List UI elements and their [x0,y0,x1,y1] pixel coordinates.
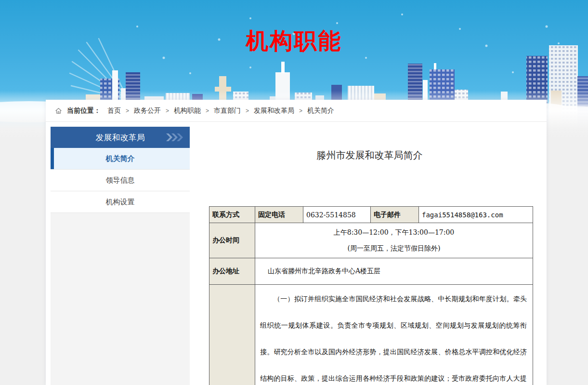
table-row-contact: 联系方式 固定电话 0632-5514858 电子邮件 fagai5514858… [209,207,533,223]
triple-chevron-icon [166,133,183,142]
breadcrumb-item-fagai[interactable]: 发展和改革局 [254,106,294,115]
email-value-cell: fagai5514858@163.com [419,207,533,223]
duties-label-cell [209,285,255,385]
phone-label-cell: 固定电话 [255,207,303,223]
hours-label-cell: 办公时间 [209,223,255,258]
breadcrumb: 当前位置： 首页 > 政务公开 > 机构职能 > 市直部门 > 发展和改革局 >… [46,100,547,122]
breadcrumb-item-home[interactable]: 首页 [107,106,121,115]
address-label-cell: 办公地址 [209,258,255,285]
banner-title: 机构职能 [0,26,588,56]
sidebar-header[interactable]: 发展和改革局 [51,127,190,148]
table-row-hours: 办公时间 上午8:30—12:00，下午13:00—17:00 (周一至周五，法… [209,223,533,258]
email-label-cell: 电子邮件 [371,207,419,223]
sidebar: 发展和改革局 机关简介 领导信息 机构设置 [51,127,190,385]
contact-label-cell: 联系方式 [209,207,255,223]
page-title: 滕州市发展和改革局简介 [206,149,533,162]
breadcrumb-separator: > [166,107,169,114]
hours-value-cell: 上午8:30—12:00，下午13:00—17:00 (周一至周五，法定节假日除… [255,223,533,258]
sidebar-item-jiguanjianjie[interactable]: 机关简介 [51,148,190,170]
breadcrumb-separator: > [299,107,302,114]
content-card: 当前位置： 首页 > 政务公开 > 机构职能 > 市直部门 > 发展和改革局 >… [46,100,547,385]
duties-value-cell: （一）拟订并组织实施全市国民经济和社会发展战略、中长期规划和年度计划。牵头组织统… [255,285,533,385]
hours-line2: (周一至周五，法定节假日除外) [258,240,530,256]
table-row-address: 办公地址 山东省滕州市北辛路政务中心A楼五层 [209,258,533,285]
breadcrumb-item-shizhi[interactable]: 市直部门 [214,106,241,115]
address-value-cell: 山东省滕州市北辛路政务中心A楼五层 [255,258,533,285]
breadcrumb-separator: > [206,107,209,114]
home-icon[interactable] [54,107,63,115]
sidebar-item-label: 机构设置 [106,198,135,206]
table-row-duties: （一）拟订并组织实施全市国民经济和社会发展战略、中长期规划和年度计划。牵头组织统… [209,285,533,385]
sidebar-item-label: 领导信息 [106,176,135,184]
breadcrumb-item-jigou[interactable]: 机构职能 [174,106,201,115]
sidebar-title: 发展和改革局 [96,132,145,143]
breadcrumb-item-zhengwu[interactable]: 政务公开 [134,106,161,115]
main-content: 滕州市发展和改革局简介 联系方式 固定电话 0632-5514858 电子邮件 … [206,127,533,385]
sidebar-item-label: 机关简介 [106,154,135,162]
breadcrumb-separator: > [246,107,249,114]
breadcrumb-label: 当前位置： [67,106,101,115]
phone-value-cell: 0632-5514858 [303,207,371,223]
breadcrumb-item-jianjie[interactable]: 机关简介 [307,106,334,115]
breadcrumb-separator: > [126,107,129,114]
sidebar-item-jigoushezhi[interactable]: 机构设置 [51,191,190,213]
hours-line1: 上午8:30—12:00，下午13:00—17:00 [258,225,530,240]
sidebar-item-lingdaoxinxi[interactable]: 领导信息 [51,170,190,191]
info-table: 联系方式 固定电话 0632-5514858 电子邮件 fagai5514858… [209,206,533,385]
